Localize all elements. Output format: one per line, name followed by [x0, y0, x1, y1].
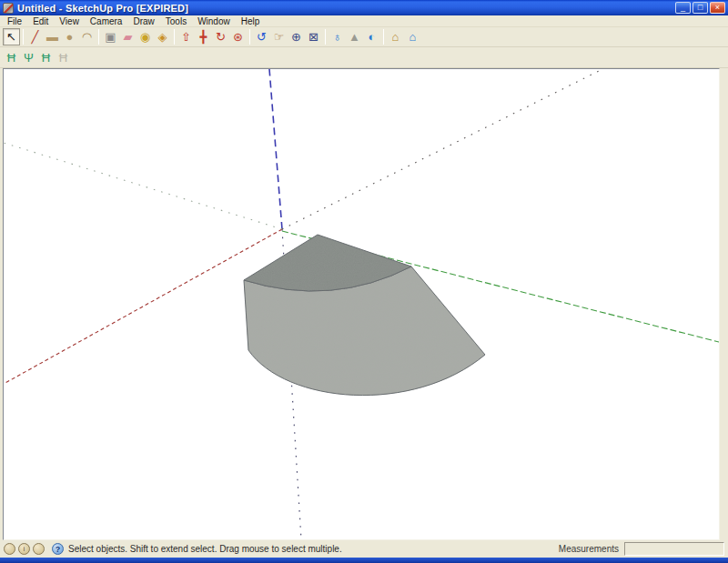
push-pull-button[interactable]: ⇧ [177, 28, 195, 45]
tape-measure-icon: ◉ [140, 31, 150, 43]
toolbar-separator [174, 29, 175, 45]
menu-bar: File Edit View Camera Draw Tools Window … [0, 15, 728, 27]
add-location-button[interactable]: ♁ [329, 28, 346, 45]
menu-draw[interactable]: Draw [127, 15, 159, 27]
circle-icon: ● [66, 31, 74, 43]
share-model-icon: ⌂ [410, 31, 417, 43]
line-icon: ╱ [32, 31, 39, 43]
arc-icon: ◠ [82, 31, 92, 43]
push-pull-icon: ⇧ [181, 31, 191, 43]
eraser-button[interactable]: ▰ [119, 28, 136, 45]
eraser-icon: ▰ [124, 31, 133, 43]
close-button[interactable]: × [710, 2, 725, 14]
offset-button[interactable]: ⊛ [229, 28, 247, 45]
menu-tools[interactable]: Tools [160, 15, 192, 27]
axis-red-positive [4, 229, 282, 384]
add-location-icon: ♁ [333, 31, 342, 43]
axis-red-negative [282, 69, 602, 229]
status-icons: i [4, 543, 45, 555]
toolbar2-tool-4-icon: Ħ [59, 52, 67, 64]
move-button[interactable]: ╋ [195, 28, 212, 45]
rotate-icon: ↻ [216, 31, 226, 43]
make-component-icon: ▣ [105, 31, 116, 43]
menu-file[interactable]: File [2, 15, 27, 27]
tape-measure-button[interactable]: ◉ [136, 28, 154, 45]
toolbar-separator [249, 29, 250, 45]
rectangle-icon: ▬ [46, 31, 58, 43]
window-bottom-border [0, 558, 728, 563]
orbit-icon: ↺ [257, 31, 267, 43]
share-model-button[interactable]: ⌂ [404, 28, 421, 45]
arc-button[interactable]: ◠ [78, 28, 96, 45]
toolbar2-tool-1-icon: Ħ [7, 52, 15, 64]
photo-textures-button[interactable]: ◐ [363, 28, 380, 45]
minimize-button[interactable]: _ [675, 2, 691, 14]
zoom-extents-button[interactable]: ⊠ [305, 28, 322, 45]
menu-edit[interactable]: Edit [27, 15, 54, 27]
pan-icon: ☞ [274, 31, 285, 43]
toolbar-separator [98, 29, 99, 45]
toolbar2-tool-3-button[interactable]: Ħ [37, 49, 55, 66]
secondary-toolbar: ĦΨĦĦ [0, 47, 728, 68]
rectangle-button[interactable]: ▬ [44, 28, 61, 45]
axis-blue-positive [269, 69, 282, 229]
toolbar2-tool-1-button[interactable]: Ħ [3, 49, 20, 66]
orbit-button[interactable]: ↺ [253, 28, 270, 45]
viewport-canvas [4, 69, 719, 539]
line-button[interactable]: ╱ [26, 28, 44, 45]
rotate-button[interactable]: ↻ [212, 28, 229, 45]
menu-window[interactable]: Window [192, 15, 236, 27]
toggle-terrain-icon: ▲ [349, 31, 360, 43]
toolbar-separator [23, 29, 24, 45]
photo-textures-icon: ◐ [369, 31, 376, 43]
toolbar-separator [383, 29, 384, 45]
circle-button[interactable]: ● [61, 28, 78, 45]
menu-view[interactable]: View [54, 15, 85, 27]
menu-camera[interactable]: Camera [85, 15, 128, 27]
model-viewport[interactable] [3, 68, 720, 540]
sketchup-window: Untitled - SketchUp Pro [EXPIRED] _ □ × … [0, 0, 728, 563]
zoom-button[interactable]: ⊕ [288, 28, 305, 45]
zoom-icon: ⊕ [291, 31, 301, 43]
get-models-icon: ⌂ [392, 31, 399, 43]
status-circle-icon-3[interactable] [33, 543, 45, 555]
select-button[interactable]: ↖ [3, 28, 20, 45]
toolbar-separator [325, 29, 326, 45]
measurements-input[interactable] [624, 542, 724, 556]
toolbar2-tool-2-icon: Ψ [24, 52, 34, 64]
status-circle-icon-2[interactable]: i [18, 543, 30, 555]
window-title: Untitled - SketchUp Pro [EXPIRED] [17, 3, 675, 14]
offset-icon: ⊛ [233, 31, 243, 43]
paint-bucket-button[interactable]: ◈ [154, 28, 171, 45]
main-toolbar: ↖╱▬●◠▣▰◉◈⇧╋↻⊛↺☞⊕⊠♁▲◐⌂⌂ [0, 27, 728, 47]
toolbar2-tool-2-button[interactable]: Ψ [20, 49, 37, 66]
help-icon[interactable]: ? [52, 543, 64, 555]
select-icon: ↖ [6, 31, 16, 43]
move-icon: ╋ [200, 31, 207, 43]
toolbar2-tool-4-button[interactable]: Ħ [55, 49, 72, 66]
sketchup-app-icon[interactable] [3, 3, 14, 14]
status-bar: i ? Select objects. Shift to extend sele… [0, 540, 728, 558]
title-bar: Untitled - SketchUp Pro [EXPIRED] _ □ × [0, 0, 728, 15]
make-component-button[interactable]: ▣ [102, 28, 119, 45]
zoom-extents-icon: ⊠ [308, 31, 318, 43]
get-models-button[interactable]: ⌂ [387, 28, 404, 45]
menu-help[interactable]: Help [236, 15, 266, 27]
measurements-label: Measurements [559, 544, 619, 554]
pan-button[interactable]: ☞ [270, 28, 288, 45]
axis-green-negative [4, 143, 282, 229]
status-hint-text: Select objects. Shift to extend select. … [68, 544, 559, 554]
restore-button[interactable]: □ [693, 2, 708, 14]
model-solid[interactable] [244, 235, 485, 396]
paint-bucket-icon: ◈ [158, 31, 167, 43]
toggle-terrain-button[interactable]: ▲ [346, 28, 363, 45]
status-circle-icon-1[interactable] [4, 543, 15, 555]
toolbar2-tool-3-icon: Ħ [42, 52, 50, 64]
